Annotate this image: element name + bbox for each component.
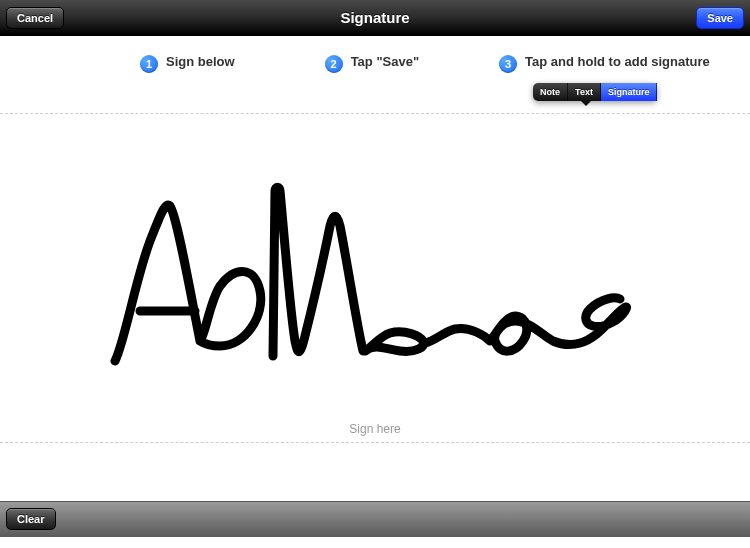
popover-note[interactable]: Note bbox=[533, 83, 568, 101]
page-title: Signature bbox=[0, 9, 750, 26]
step-3-badge: 3 bbox=[499, 55, 517, 73]
instructions-row: 1 Sign below 2 Tap "Save" 3 Tap and hold… bbox=[0, 36, 750, 113]
step-3: 3 Tap and hold to add signature Note Tex… bbox=[499, 54, 710, 101]
step-1-badge: 1 bbox=[140, 55, 158, 73]
sign-here-label: Sign here bbox=[0, 418, 750, 442]
popover-menu: Note Text Signature bbox=[533, 83, 710, 101]
popover-text[interactable]: Text bbox=[568, 83, 601, 101]
spacer bbox=[0, 443, 750, 501]
cancel-button[interactable]: Cancel bbox=[6, 7, 64, 29]
step-2-text: Tap "Save" bbox=[351, 54, 419, 71]
bottom-toolbar: Clear bbox=[0, 501, 750, 537]
save-button[interactable]: Save bbox=[696, 7, 744, 29]
step-1-text: Sign below bbox=[166, 54, 235, 71]
clear-button[interactable]: Clear bbox=[6, 508, 56, 530]
signature-drawing bbox=[95, 161, 655, 371]
step-2: 2 Tap "Save" bbox=[325, 54, 419, 101]
popover-arrow-icon bbox=[581, 101, 591, 106]
step-3-text: Tap and hold to add signature bbox=[525, 54, 710, 71]
popover-signature[interactable]: Signature bbox=[601, 83, 658, 101]
step-2-badge: 2 bbox=[325, 55, 343, 73]
top-toolbar: Cancel Signature Save bbox=[0, 0, 750, 36]
step-1: 1 Sign below bbox=[140, 54, 235, 101]
signature-canvas[interactable] bbox=[0, 114, 750, 418]
